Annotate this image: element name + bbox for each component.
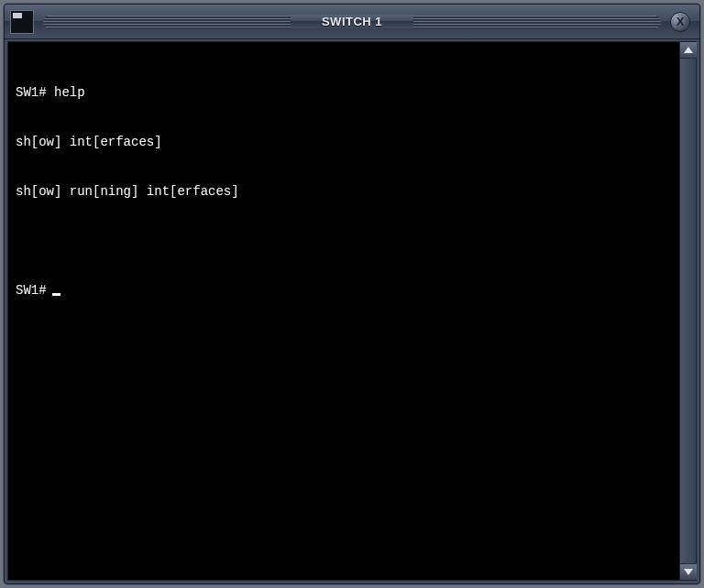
close-icon: X bbox=[676, 15, 685, 28]
titlebar-rails: SWITCH 1 bbox=[43, 12, 661, 32]
titlebar[interactable]: SWITCH 1 X bbox=[5, 5, 699, 39]
chevron-down-icon bbox=[684, 569, 693, 575]
window-title: SWITCH 1 bbox=[291, 15, 413, 28]
scroll-down-button[interactable] bbox=[680, 563, 697, 580]
terminal-app-icon bbox=[10, 10, 34, 34]
scroll-up-button[interactable] bbox=[680, 42, 697, 59]
terminal-line bbox=[16, 233, 672, 249]
chevron-up-icon bbox=[684, 47, 693, 53]
terminal-prompt: SW1# bbox=[16, 282, 47, 299]
scrollbar-track[interactable] bbox=[680, 59, 696, 563]
terminal-output[interactable]: SW1# help sh[ow] int[erfaces] sh[ow] run… bbox=[8, 42, 679, 580]
terminal-prompt-line: SW1# bbox=[16, 282, 672, 299]
vertical-scrollbar[interactable] bbox=[679, 42, 696, 580]
cursor-icon bbox=[52, 293, 60, 296]
close-button[interactable]: X bbox=[670, 12, 690, 32]
content-area: SW1# help sh[ow] int[erfaces] sh[ow] run… bbox=[7, 41, 697, 581]
terminal-window: SWITCH 1 X SW1# help sh[ow] int[erfaces]… bbox=[4, 4, 700, 584]
terminal-line: sh[ow] run[ning] int[erfaces] bbox=[16, 183, 672, 200]
terminal-line: SW1# help bbox=[16, 84, 672, 101]
terminal-line: sh[ow] int[erfaces] bbox=[16, 134, 672, 150]
